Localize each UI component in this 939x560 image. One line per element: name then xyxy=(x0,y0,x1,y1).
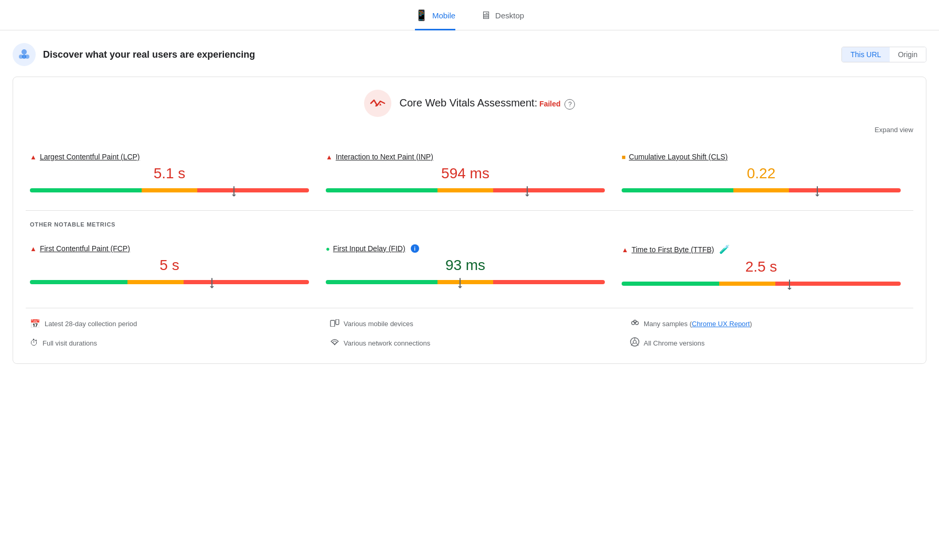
svg-point-9 xyxy=(635,321,638,325)
metric-inp-label-row: Interaction to Next Paint (INP) xyxy=(326,153,605,161)
cwv-icon xyxy=(364,90,391,117)
desktop-icon: 🖥 xyxy=(481,9,491,21)
cls-bar xyxy=(622,188,901,193)
svg-point-13 xyxy=(633,340,636,343)
lcp-status-icon xyxy=(30,153,37,161)
footer-visit-durations: ⏱ Full visit durations xyxy=(26,335,313,351)
svg-point-3 xyxy=(22,55,26,59)
chrome-ux-report-link[interactable]: Chrome UX Report xyxy=(692,320,750,328)
tab-desktop[interactable]: 🖥 Desktop xyxy=(481,9,524,30)
chrome-icon xyxy=(630,337,639,349)
fcp-value: 5 s xyxy=(30,257,309,274)
metric-cls-label-row: Cumulative Layout Shift (CLS) xyxy=(622,153,901,161)
other-metrics-grid: First Contentful Paint (FCP) 5 s First I… xyxy=(26,236,913,299)
cwv-status: Failed xyxy=(539,100,560,108)
cls-label[interactable]: Cumulative Layout Shift (CLS) xyxy=(629,153,728,161)
metric-ttfb-label-row: Time to First Byte (TTFB) 🧪 xyxy=(622,244,901,254)
mobile-icon: 📱 xyxy=(415,9,428,21)
footer-mobile-devices: Various mobile devices xyxy=(326,317,613,331)
inp-label[interactable]: Interaction to Next Paint (INP) xyxy=(336,153,433,161)
section-divider xyxy=(26,210,913,211)
expand-view-container: Expand view xyxy=(26,125,913,134)
ttfb-status-icon xyxy=(622,245,628,254)
footer-mobile-text: Various mobile devices xyxy=(344,320,413,328)
url-toggle: This URL Origin xyxy=(841,47,926,62)
tab-mobile[interactable]: 📱 Mobile xyxy=(415,9,455,30)
footer-network: Various network connections xyxy=(326,335,613,351)
origin-button[interactable]: Origin xyxy=(890,47,926,62)
lcp-value: 5.1 s xyxy=(30,165,309,182)
network-icon xyxy=(330,338,339,348)
tab-desktop-label: Desktop xyxy=(495,11,524,20)
footer-chrome: All Chrome versions xyxy=(626,335,913,351)
inp-bar xyxy=(326,188,605,193)
footer-samples-text: Many samples (Chrome UX Report) xyxy=(644,320,752,328)
calendar-icon: 📅 xyxy=(30,319,40,329)
fcp-status-icon xyxy=(30,244,37,253)
metric-ttfb: Time to First Byte (TTFB) 🧪 2.5 s xyxy=(617,236,913,299)
footer-info: 📅 Latest 28-day collection period Variou… xyxy=(26,308,913,351)
footer-network-text: Various network connections xyxy=(344,339,430,347)
metric-fcp-label-row: First Contentful Paint (FCP) xyxy=(30,244,309,253)
ttfb-beaker-icon: 🧪 xyxy=(719,244,730,254)
ttfb-value: 2.5 s xyxy=(622,259,901,275)
fid-value: 93 ms xyxy=(326,257,605,274)
footer-collection-text: Latest 28-day collection period xyxy=(45,320,137,328)
fid-label[interactable]: First Input Delay (FID) xyxy=(333,244,406,253)
tab-bar: 📱 Mobile 🖥 Desktop xyxy=(0,0,939,30)
cwv-assessment: Core Web Vitals Assessment: Failed ? xyxy=(400,97,575,110)
metric-fid: First Input Delay (FID) i 93 ms xyxy=(322,236,617,299)
avatar xyxy=(13,43,36,66)
footer-visit-text: Full visit durations xyxy=(42,339,97,347)
tab-mobile-label: Mobile xyxy=(432,11,455,20)
timer-icon: ⏱ xyxy=(30,338,38,348)
footer-samples: Many samples (Chrome UX Report) xyxy=(626,317,913,331)
other-metrics-label: OTHER NOTABLE METRICS xyxy=(26,221,913,228)
metric-fcp: First Contentful Paint (FCP) 5 s xyxy=(26,236,322,299)
fid-status-icon xyxy=(326,244,330,253)
footer-collection-period: 📅 Latest 28-day collection period xyxy=(26,317,313,331)
core-metrics-grid: Largest Contentful Paint (LCP) 5.1 s Int… xyxy=(26,144,913,206)
metric-lcp-label-row: Largest Contentful Paint (LCP) xyxy=(30,153,309,161)
cwv-help-icon[interactable]: ? xyxy=(564,99,575,110)
lcp-label[interactable]: Largest Contentful Paint (LCP) xyxy=(40,153,140,161)
fcp-bar xyxy=(30,280,309,285)
ttfb-bar xyxy=(622,282,901,287)
fid-bar xyxy=(326,280,605,285)
mobile-devices-icon xyxy=(330,319,339,329)
svg-marker-5 xyxy=(379,103,381,105)
expand-view-link[interactable]: Expand view xyxy=(874,126,913,134)
cls-value: 0.22 xyxy=(622,165,901,182)
page-title: Discover what your real users are experi… xyxy=(43,49,255,60)
header-left: Discover what your real users are experi… xyxy=(13,43,255,66)
main-card: Core Web Vitals Assessment: Failed ? Exp… xyxy=(13,77,926,364)
samples-icon xyxy=(630,319,639,329)
svg-point-0 xyxy=(22,49,27,55)
inp-value: 594 ms xyxy=(326,165,605,182)
cls-status-icon xyxy=(622,153,626,161)
ttfb-label[interactable]: Time to First Byte (TTFB) xyxy=(632,245,714,254)
fcp-label[interactable]: First Contentful Paint (FCP) xyxy=(40,244,130,253)
cwv-header: Core Web Vitals Assessment: Failed ? xyxy=(26,90,913,117)
header-row: Discover what your real users are experi… xyxy=(0,43,939,77)
inp-status-icon xyxy=(326,153,333,161)
lcp-bar xyxy=(30,188,309,193)
this-url-button[interactable]: This URL xyxy=(842,47,889,62)
metric-lcp: Largest Contentful Paint (LCP) 5.1 s xyxy=(26,144,322,206)
svg-rect-6 xyxy=(330,320,335,327)
fid-info-icon[interactable]: i xyxy=(411,244,419,253)
footer-chrome-text: All Chrome versions xyxy=(644,339,705,347)
metric-fid-label-row: First Input Delay (FID) i xyxy=(326,244,605,253)
cwv-title: Core Web Vitals Assessment: xyxy=(400,97,538,109)
metric-cls: Cumulative Layout Shift (CLS) 0.22 xyxy=(617,144,913,206)
svg-rect-7 xyxy=(336,319,339,325)
svg-point-8 xyxy=(632,321,635,325)
metric-inp: Interaction to Next Paint (INP) 594 ms xyxy=(322,144,617,206)
svg-point-11 xyxy=(334,344,335,345)
